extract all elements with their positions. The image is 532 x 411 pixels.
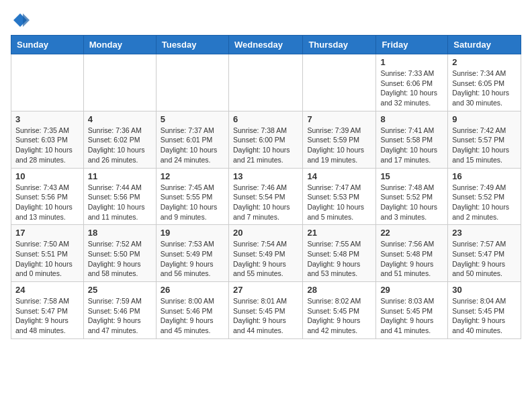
day-info: Sunrise: 7:47 AM Sunset: 5:53 PM Dayligh… bbox=[307, 183, 371, 222]
day-number: 25 bbox=[88, 285, 152, 295]
calendar-cell: 24Sunrise: 7:58 AM Sunset: 5:47 PM Dayli… bbox=[11, 282, 84, 339]
calendar-cell: 16Sunrise: 7:49 AM Sunset: 5:52 PM Dayli… bbox=[448, 168, 521, 225]
week-row-4: 17Sunrise: 7:50 AM Sunset: 5:51 PM Dayli… bbox=[11, 225, 521, 282]
day-number: 2 bbox=[452, 57, 517, 67]
day-info: Sunrise: 7:35 AM Sunset: 6:03 PM Dayligh… bbox=[15, 126, 79, 165]
day-number: 26 bbox=[161, 285, 224, 295]
day-number: 19 bbox=[161, 228, 224, 238]
day-info: Sunrise: 7:39 AM Sunset: 5:59 PM Dayligh… bbox=[307, 126, 371, 165]
weekday-header-saturday: Saturday bbox=[448, 36, 521, 54]
day-number: 21 bbox=[307, 228, 371, 238]
calendar-cell: 25Sunrise: 7:59 AM Sunset: 5:46 PM Dayli… bbox=[83, 282, 156, 339]
day-info: Sunrise: 7:41 AM Sunset: 5:58 PM Dayligh… bbox=[380, 126, 443, 165]
weekday-header-wednesday: Wednesday bbox=[228, 36, 302, 54]
calendar-cell: 29Sunrise: 8:03 AM Sunset: 5:45 PM Dayli… bbox=[376, 282, 448, 339]
calendar-cell: 3Sunrise: 7:35 AM Sunset: 6:03 PM Daylig… bbox=[11, 111, 84, 168]
day-number: 14 bbox=[307, 171, 371, 181]
day-number: 23 bbox=[452, 228, 517, 238]
day-info: Sunrise: 7:56 AM Sunset: 5:48 PM Dayligh… bbox=[380, 239, 443, 279]
calendar-cell: 6Sunrise: 7:38 AM Sunset: 6:00 PM Daylig… bbox=[228, 111, 302, 168]
day-info: Sunrise: 7:33 AM Sunset: 6:06 PM Dayligh… bbox=[380, 68, 443, 108]
day-number: 20 bbox=[233, 228, 298, 238]
day-number: 10 bbox=[15, 171, 79, 181]
calendar-cell: 13Sunrise: 7:46 AM Sunset: 5:54 PM Dayli… bbox=[228, 168, 302, 225]
day-info: Sunrise: 7:43 AM Sunset: 5:56 PM Dayligh… bbox=[15, 183, 79, 222]
day-info: Sunrise: 8:00 AM Sunset: 5:46 PM Dayligh… bbox=[161, 296, 224, 336]
calendar-cell: 7Sunrise: 7:39 AM Sunset: 5:59 PM Daylig… bbox=[303, 111, 376, 168]
weekday-header-friday: Friday bbox=[376, 36, 448, 54]
day-info: Sunrise: 8:02 AM Sunset: 5:45 PM Dayligh… bbox=[307, 296, 371, 336]
day-info: Sunrise: 7:48 AM Sunset: 5:52 PM Dayligh… bbox=[380, 183, 443, 222]
day-number: 12 bbox=[161, 171, 224, 181]
calendar-cell bbox=[11, 54, 84, 111]
calendar-cell: 22Sunrise: 7:56 AM Sunset: 5:48 PM Dayli… bbox=[376, 225, 448, 282]
day-number: 15 bbox=[380, 171, 443, 181]
logo-icon bbox=[11, 11, 30, 30]
calendar-cell bbox=[156, 54, 228, 111]
day-info: Sunrise: 7:54 AM Sunset: 5:49 PM Dayligh… bbox=[233, 239, 298, 279]
day-info: Sunrise: 7:38 AM Sunset: 6:00 PM Dayligh… bbox=[233, 126, 298, 165]
day-info: Sunrise: 7:57 AM Sunset: 5:47 PM Dayligh… bbox=[452, 239, 517, 279]
calendar-cell: 28Sunrise: 8:02 AM Sunset: 5:45 PM Dayli… bbox=[303, 282, 376, 339]
day-number: 22 bbox=[380, 228, 443, 238]
calendar-cell: 14Sunrise: 7:47 AM Sunset: 5:53 PM Dayli… bbox=[303, 168, 376, 225]
day-number: 18 bbox=[88, 228, 152, 238]
calendar-cell: 12Sunrise: 7:45 AM Sunset: 5:55 PM Dayli… bbox=[156, 168, 228, 225]
calendar-cell: 2Sunrise: 7:34 AM Sunset: 6:05 PM Daylig… bbox=[448, 54, 521, 111]
day-number: 9 bbox=[452, 114, 517, 124]
day-info: Sunrise: 8:01 AM Sunset: 5:45 PM Dayligh… bbox=[233, 296, 298, 336]
calendar-cell: 4Sunrise: 7:36 AM Sunset: 6:02 PM Daylig… bbox=[83, 111, 156, 168]
day-number: 3 bbox=[15, 114, 79, 124]
calendar-cell bbox=[228, 54, 302, 111]
day-info: Sunrise: 8:03 AM Sunset: 5:45 PM Dayligh… bbox=[380, 296, 443, 336]
calendar-cell: 19Sunrise: 7:53 AM Sunset: 5:49 PM Dayli… bbox=[156, 225, 228, 282]
calendar-cell: 20Sunrise: 7:54 AM Sunset: 5:49 PM Dayli… bbox=[228, 225, 302, 282]
calendar-cell bbox=[83, 54, 156, 111]
svg-marker-1 bbox=[23, 13, 30, 27]
day-info: Sunrise: 7:45 AM Sunset: 5:55 PM Dayligh… bbox=[161, 183, 224, 222]
day-info: Sunrise: 7:53 AM Sunset: 5:49 PM Dayligh… bbox=[161, 239, 224, 279]
calendar-cell: 30Sunrise: 8:04 AM Sunset: 5:45 PM Dayli… bbox=[448, 282, 521, 339]
day-number: 28 bbox=[307, 285, 371, 295]
day-info: Sunrise: 7:59 AM Sunset: 5:46 PM Dayligh… bbox=[88, 296, 152, 336]
day-number: 5 bbox=[161, 114, 224, 124]
day-number: 7 bbox=[307, 114, 371, 124]
weekday-header-sunday: Sunday bbox=[11, 36, 84, 54]
day-info: Sunrise: 7:42 AM Sunset: 5:57 PM Dayligh… bbox=[452, 126, 517, 165]
day-number: 16 bbox=[452, 171, 517, 181]
day-info: Sunrise: 7:34 AM Sunset: 6:05 PM Dayligh… bbox=[452, 68, 517, 108]
day-number: 29 bbox=[380, 285, 443, 295]
calendar-cell: 27Sunrise: 8:01 AM Sunset: 5:45 PM Dayli… bbox=[228, 282, 302, 339]
week-row-3: 10Sunrise: 7:43 AM Sunset: 5:56 PM Dayli… bbox=[11, 168, 521, 225]
day-number: 30 bbox=[452, 285, 517, 295]
week-row-2: 3Sunrise: 7:35 AM Sunset: 6:03 PM Daylig… bbox=[11, 111, 521, 168]
day-number: 17 bbox=[15, 228, 79, 238]
day-info: Sunrise: 8:04 AM Sunset: 5:45 PM Dayligh… bbox=[452, 296, 517, 336]
calendar-cell: 17Sunrise: 7:50 AM Sunset: 5:51 PM Dayli… bbox=[11, 225, 84, 282]
calendar-cell: 11Sunrise: 7:44 AM Sunset: 5:56 PM Dayli… bbox=[83, 168, 156, 225]
weekday-header-monday: Monday bbox=[83, 36, 156, 54]
day-info: Sunrise: 7:58 AM Sunset: 5:47 PM Dayligh… bbox=[15, 296, 79, 336]
day-number: 24 bbox=[15, 285, 79, 295]
day-number: 6 bbox=[233, 114, 298, 124]
day-info: Sunrise: 7:37 AM Sunset: 6:01 PM Dayligh… bbox=[161, 126, 224, 165]
day-info: Sunrise: 7:36 AM Sunset: 6:02 PM Dayligh… bbox=[88, 126, 152, 165]
calendar-cell: 10Sunrise: 7:43 AM Sunset: 5:56 PM Dayli… bbox=[11, 168, 84, 225]
calendar-header-row: SundayMondayTuesdayWednesdayThursdayFrid… bbox=[11, 36, 521, 54]
day-info: Sunrise: 7:49 AM Sunset: 5:52 PM Dayligh… bbox=[452, 183, 517, 222]
week-row-1: 1Sunrise: 7:33 AM Sunset: 6:06 PM Daylig… bbox=[11, 54, 521, 111]
day-info: Sunrise: 7:44 AM Sunset: 5:56 PM Dayligh… bbox=[88, 183, 152, 222]
day-number: 27 bbox=[233, 285, 298, 295]
calendar-cell: 26Sunrise: 8:00 AM Sunset: 5:46 PM Dayli… bbox=[156, 282, 228, 339]
page-header bbox=[11, 11, 521, 30]
calendar-cell: 21Sunrise: 7:55 AM Sunset: 5:48 PM Dayli… bbox=[303, 225, 376, 282]
weekday-header-tuesday: Tuesday bbox=[156, 36, 228, 54]
day-info: Sunrise: 7:52 AM Sunset: 5:50 PM Dayligh… bbox=[88, 239, 152, 279]
day-number: 11 bbox=[88, 171, 152, 181]
day-info: Sunrise: 7:50 AM Sunset: 5:51 PM Dayligh… bbox=[15, 239, 79, 279]
calendar-cell: 15Sunrise: 7:48 AM Sunset: 5:52 PM Dayli… bbox=[376, 168, 448, 225]
calendar-cell: 23Sunrise: 7:57 AM Sunset: 5:47 PM Dayli… bbox=[448, 225, 521, 282]
week-row-5: 24Sunrise: 7:58 AM Sunset: 5:47 PM Dayli… bbox=[11, 282, 521, 339]
day-number: 8 bbox=[380, 114, 443, 124]
logo bbox=[11, 11, 32, 30]
